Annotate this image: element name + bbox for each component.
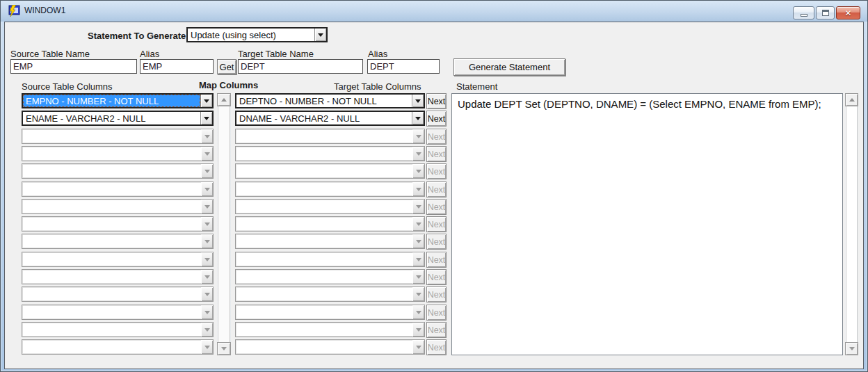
chevron-down-icon	[412, 287, 424, 301]
chevron-down-icon	[412, 182, 424, 196]
chevron-down-icon[interactable]	[412, 112, 424, 124]
target-column-combo-value	[236, 129, 412, 143]
target-table-name-label: Target Table Name	[238, 49, 314, 59]
source-table-name-label: Source Table Name	[10, 49, 90, 59]
target-column-combo	[235, 234, 425, 249]
source-column-combo	[22, 163, 214, 179]
target-column-combo-value	[236, 252, 412, 266]
target-column-combo-value	[236, 200, 412, 213]
maximize-button[interactable]	[816, 6, 835, 19]
source-column-combo	[22, 339, 214, 355]
source-column-combo	[22, 199, 214, 214]
chevron-down-icon	[412, 217, 424, 231]
source-column-combo[interactable]: ENAME - VARCHAR2 - NULL	[22, 111, 214, 126]
scroll-up-button[interactable]	[845, 93, 858, 106]
scroll-up-button[interactable]	[217, 93, 231, 106]
target-alias-input[interactable]	[367, 59, 440, 74]
target-column-combo	[235, 163, 425, 179]
target-column-combo	[235, 146, 425, 161]
source-column-combo[interactable]: EMPNO - NUMBER - NOT NULL	[22, 93, 214, 108]
arrow-up-icon	[849, 98, 855, 102]
target-column-combo-value: DNAME - VARCHAR2 - NULL	[236, 112, 412, 124]
next-button: Next	[426, 146, 447, 162]
source-column-combo-value	[22, 252, 201, 266]
chevron-down-icon[interactable]	[412, 95, 424, 107]
target-column-combo-value	[236, 217, 412, 231]
target-column-combo	[235, 305, 425, 320]
source-column-combo-value	[22, 129, 201, 143]
minimize-icon	[801, 14, 807, 17]
target-column-combo-value	[236, 147, 412, 161]
title-bar: WINDOW1 ✕	[1, 1, 867, 22]
window-title: WINDOW1	[24, 6, 65, 15]
close-button[interactable]: ✕	[836, 6, 860, 19]
source-table-name-input[interactable]	[10, 59, 137, 74]
statement-scrollbar[interactable]	[845, 93, 858, 355]
next-button: Next	[426, 339, 447, 355]
target-column-combo-value: DEPTNO - NUMBER - NOT NULL	[236, 95, 412, 107]
chevron-down-icon	[412, 252, 424, 266]
map-columns-scrollbar[interactable]	[217, 93, 231, 355]
chevron-down-icon[interactable]	[200, 95, 212, 107]
scrollbar-track[interactable]	[846, 106, 858, 342]
next-button: Next	[426, 129, 447, 145]
source-column-combo	[22, 252, 214, 267]
chevron-down-icon	[201, 182, 213, 196]
source-column-combo	[22, 146, 214, 161]
chevron-down-icon	[412, 340, 424, 354]
arrow-down-icon	[221, 347, 227, 350]
chevron-down-icon[interactable]	[314, 29, 326, 41]
get-button[interactable]: Get	[217, 59, 236, 74]
target-column-combo	[235, 339, 425, 355]
target-column-combo-value	[236, 305, 412, 319]
source-column-combo-value	[22, 182, 201, 196]
source-column-combo-value	[22, 340, 201, 354]
target-column-combo[interactable]: DEPTNO - NUMBER - NOT NULL	[235, 93, 425, 108]
target-alias-label: Alias	[368, 49, 387, 59]
target-column-combo-value	[236, 270, 412, 284]
arrow-up-icon	[221, 98, 227, 102]
application-window: WINDOW1 ✕ Statement To Generate Update (…	[0, 0, 868, 372]
target-column-combo-value	[236, 323, 412, 337]
source-column-combo-value	[22, 147, 201, 161]
target-column-combo-value	[236, 287, 412, 301]
next-button[interactable]: Next	[426, 93, 447, 109]
chevron-down-icon	[201, 252, 213, 266]
source-column-combo	[22, 269, 214, 284]
statement-textarea[interactable]: Update DEPT Set (DEPTNO, DNAME) = (Selec…	[451, 93, 843, 355]
chevron-down-icon	[412, 129, 424, 143]
next-button[interactable]: Next	[426, 111, 447, 127]
target-column-combo[interactable]: DNAME - VARCHAR2 - NULL	[235, 111, 425, 126]
chevron-down-icon	[201, 270, 213, 284]
source-column-combo	[22, 129, 214, 144]
target-column-combo	[235, 199, 425, 214]
target-table-name-input[interactable]	[238, 59, 363, 74]
chevron-down-icon	[201, 323, 213, 337]
source-column-combo-value	[22, 323, 201, 337]
chevron-down-icon	[412, 270, 424, 284]
source-columns-label: Source Table Columns	[22, 81, 113, 92]
scroll-down-button[interactable]	[845, 342, 858, 355]
next-button: Next	[426, 181, 447, 197]
chevron-down-icon	[412, 323, 424, 337]
source-column-combo	[22, 234, 214, 249]
window-controls: ✕	[793, 6, 860, 19]
scrollbar-track[interactable]	[218, 106, 230, 342]
statement-type-combo[interactable]: Update (using select)	[186, 27, 328, 42]
minimize-button[interactable]	[793, 6, 814, 19]
generate-statement-button[interactable]: Generate Statement	[453, 58, 565, 76]
source-column-combo	[22, 322, 214, 337]
source-alias-label: Alias	[140, 49, 159, 59]
source-alias-input[interactable]	[140, 59, 214, 74]
statement-to-generate-label: Statement To Generate	[88, 31, 186, 41]
chevron-down-icon	[201, 164, 213, 178]
chevron-down-icon	[201, 234, 213, 248]
chevron-down-icon[interactable]	[200, 112, 212, 124]
next-button: Next	[426, 216, 447, 232]
statement-text: Update DEPT Set (DEPTNO, DNAME) = (Selec…	[458, 98, 821, 110]
target-column-combo	[235, 216, 425, 232]
source-column-combo-value	[22, 234, 201, 248]
target-column-combo-value	[236, 164, 412, 178]
source-column-combo-value	[22, 217, 201, 231]
scroll-down-button[interactable]	[217, 342, 231, 355]
